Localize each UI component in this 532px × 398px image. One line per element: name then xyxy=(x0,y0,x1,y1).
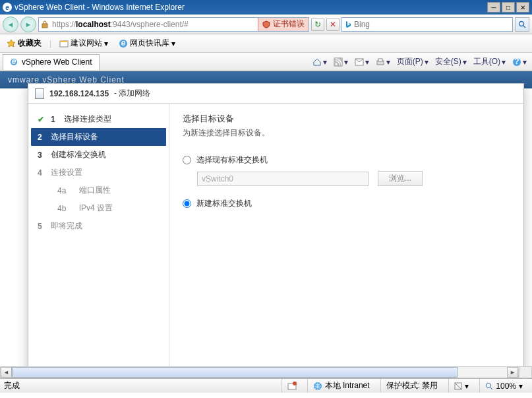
intranet-icon xyxy=(313,381,322,391)
suggested-sites[interactable]: 建议网站 ▾ xyxy=(57,36,111,50)
step-create-switch[interactable]: 3 创建标准交换机 xyxy=(28,146,169,164)
compat-icon xyxy=(454,382,462,390)
security-zone[interactable]: 本地 Intranet xyxy=(307,379,375,393)
scroll-left-button[interactable]: ◄ xyxy=(1,367,12,378)
option-existing-switch[interactable]: 选择现有标准交换机 xyxy=(183,154,510,166)
step3-label: 创建标准交换机 xyxy=(51,149,106,160)
address-bar[interactable]: https://localhost:9443/vsphere-client/# … xyxy=(38,17,309,32)
blocked-icon xyxy=(287,381,297,391)
svg-point-17 xyxy=(293,381,297,385)
wizard-title-suffix: - 添加网络 xyxy=(114,88,150,99)
scroll-track[interactable] xyxy=(12,367,507,378)
document-icon xyxy=(35,88,44,99)
step4-label: 连接设置 xyxy=(51,167,82,178)
tab-bar: e vSphere Web Client ▾ ▾ ▾ ▾ 页面(P) ▾ 安全(… xyxy=(0,53,532,71)
protect-label: 保护模式: 禁用 xyxy=(386,380,438,391)
svg-text:e: e xyxy=(12,58,16,66)
favorites-label: 收藏夹 xyxy=(18,38,42,49)
popup-blocked-icon[interactable] xyxy=(281,379,302,393)
home-button[interactable]: ▾ xyxy=(312,57,327,67)
option-new-switch[interactable]: 新建标准交换机 xyxy=(183,198,510,209)
step-target-device[interactable]: 2 选择目标设备 xyxy=(31,128,166,146)
close-button[interactable]: ✕ xyxy=(516,2,529,13)
print-button[interactable]: ▾ xyxy=(376,57,390,67)
step5-label: 即将完成 xyxy=(51,220,82,232)
zoom-control[interactable]: 100% ▾ xyxy=(479,379,528,393)
zoom-icon xyxy=(485,382,493,390)
svg-point-10 xyxy=(335,63,337,65)
lock-error-icon xyxy=(39,20,51,28)
star-icon xyxy=(7,39,16,48)
step-ready[interactable]: 5 即将完成 xyxy=(28,217,169,235)
svg-line-21 xyxy=(490,387,492,389)
step-connection-type[interactable]: ✔ 1 选择连接类型 xyxy=(28,110,169,128)
slice-label: 网页快讯库 xyxy=(130,38,169,49)
radio-new[interactable] xyxy=(183,199,191,208)
step4a-label: 端口属性 xyxy=(79,185,111,196)
scroll-thumb[interactable] xyxy=(12,367,458,378)
minimize-button[interactable]: ─ xyxy=(487,2,500,13)
favorites-button[interactable]: 收藏夹 xyxy=(4,36,44,50)
rss-icon xyxy=(334,57,343,67)
window-title: vSphere Web Client - Windows Internet Ex… xyxy=(15,3,185,12)
url-text: https://localhost:9443/vsphere-client/# xyxy=(51,20,258,29)
step4b-label: IPv4 设置 xyxy=(79,203,113,214)
scroll-right-button[interactable]: ► xyxy=(507,367,518,378)
compat-button[interactable]: ▾ xyxy=(448,379,474,393)
safety-menu[interactable]: 安全(S) ▾ xyxy=(435,56,467,67)
help-button[interactable]: ?▾ xyxy=(512,57,527,67)
svg-rect-4 xyxy=(60,41,68,42)
protected-mode: 保护模式: 禁用 xyxy=(380,379,444,393)
refresh-button[interactable]: ↻ xyxy=(311,18,324,31)
search-box[interactable] xyxy=(341,17,513,32)
back-button[interactable]: ◄ xyxy=(3,17,18,32)
web-slice[interactable]: e 网页快讯库 ▾ xyxy=(116,36,178,50)
search-input[interactable] xyxy=(354,20,510,29)
browser-navbar: ◄ ► https://localhost:9443/vsphere-clien… xyxy=(0,15,532,34)
step-ipv4-settings[interactable]: 4b IPv4 设置 xyxy=(28,199,169,217)
mail-icon xyxy=(355,58,364,66)
add-network-wizard: 192.168.124.135 - 添加网络 ✔ 1 选择连接类型 2 选择目标… xyxy=(28,83,524,378)
svg-rect-0 xyxy=(42,24,47,28)
bing-icon xyxy=(345,20,351,28)
certificate-error[interactable]: 证书错误 xyxy=(258,18,309,31)
forward-button[interactable]: ► xyxy=(20,17,36,32)
help-icon: ? xyxy=(512,57,521,67)
existing-switch-input xyxy=(197,172,369,186)
svg-point-1 xyxy=(519,21,524,26)
cert-error-label: 证书错误 xyxy=(273,18,305,30)
command-toolbar: ▾ ▾ ▾ ▾ 页面(P) ▾ 安全(S) ▾ 工具(O) ▾ ?▾ xyxy=(312,56,532,67)
sites-icon xyxy=(59,39,69,48)
check-icon: ✔ xyxy=(38,115,45,124)
horizontal-scrollbar[interactable]: ◄ ► xyxy=(0,366,519,378)
svg-rect-13 xyxy=(378,59,382,61)
mail-button[interactable]: ▾ xyxy=(355,57,369,67)
search-go-button[interactable] xyxy=(515,17,529,32)
favorites-bar: 收藏夹 | 建议网站 ▾ e 网页快讯库 ▾ xyxy=(0,34,532,53)
ie-small-icon: e xyxy=(119,39,128,48)
tools-menu[interactable]: 工具(O) ▾ xyxy=(473,56,506,67)
step2-label: 选择目标设备 xyxy=(51,131,98,143)
wizard-content: 选择目标设备 为新连接选择目标设备。 选择现有标准交换机 浏览... 新建标准交… xyxy=(169,104,523,378)
stop-button[interactable]: ✕ xyxy=(326,18,340,31)
page-menu[interactable]: 页面(P) ▾ xyxy=(397,56,429,67)
svg-line-2 xyxy=(523,26,525,28)
wizard-steps: ✔ 1 选择连接类型 2 选择目标设备 3 创建标准交换机 4 连接设置 4 xyxy=(28,104,169,378)
content-heading: 选择目标设备 xyxy=(183,113,510,125)
tab-vsphere[interactable]: e vSphere Web Client xyxy=(3,54,100,70)
home-icon xyxy=(312,57,322,67)
step-connection-settings[interactable]: 4 连接设置 xyxy=(28,164,169,182)
status-bar: 完成 本地 Intranet 保护模式: 禁用 ▾ 100% ▾ xyxy=(0,378,532,393)
step-port-properties[interactable]: 4a 端口属性 xyxy=(28,182,169,199)
suggested-label: 建议网站 xyxy=(71,38,102,49)
radio-existing[interactable] xyxy=(183,156,191,164)
step1-label: 选择连接类型 xyxy=(64,114,111,125)
scroll-corner xyxy=(519,366,532,378)
zoom-value: 100% xyxy=(496,381,516,391)
client-area: vmware vSphere Web Client 192.168.124.13… xyxy=(0,71,532,378)
maximize-button[interactable]: □ xyxy=(502,2,515,13)
browse-button: 浏览... xyxy=(378,171,423,186)
ie-icon: e xyxy=(3,3,12,12)
tab-label: vSphere Web Client xyxy=(22,57,92,67)
feeds-button[interactable]: ▾ xyxy=(334,57,348,67)
